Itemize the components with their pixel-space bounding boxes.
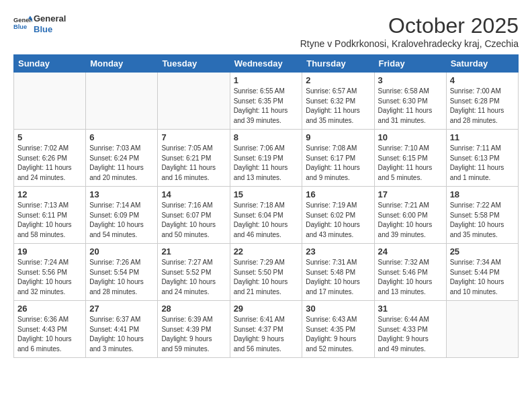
week-row-3: 12Sunrise: 7:13 AMSunset: 6:11 PMDayligh… bbox=[14, 187, 519, 244]
day-info: Sunrise: 6:55 AMSunset: 6:35 PMDaylight:… bbox=[234, 87, 299, 126]
day-number: 21 bbox=[161, 246, 226, 257]
day-number: 31 bbox=[378, 304, 443, 314]
calendar-cell bbox=[86, 73, 158, 130]
day-info: Sunrise: 7:19 AMSunset: 6:02 PMDaylight:… bbox=[306, 201, 370, 240]
calendar-cell: 31Sunrise: 6:44 AMSunset: 4:33 PMDayligh… bbox=[374, 301, 446, 358]
day-info: Sunrise: 6:44 AMSunset: 4:33 PMDaylight:… bbox=[378, 315, 443, 354]
calendar-cell: 15Sunrise: 7:18 AMSunset: 6:04 PMDayligh… bbox=[230, 187, 302, 244]
week-row-2: 5Sunrise: 7:02 AMSunset: 6:26 PMDaylight… bbox=[14, 130, 519, 187]
calendar-cell bbox=[158, 73, 230, 130]
day-number: 14 bbox=[161, 189, 226, 199]
calendar-cell: 7Sunrise: 7:05 AMSunset: 6:21 PMDaylight… bbox=[158, 130, 230, 187]
day-number: 26 bbox=[17, 304, 82, 314]
day-number: 11 bbox=[450, 132, 515, 142]
calendar-cell: 25Sunrise: 7:34 AMSunset: 5:44 PMDayligh… bbox=[446, 244, 518, 301]
logo: General Blue General Blue bbox=[13, 13, 66, 34]
day-info: Sunrise: 7:13 AMSunset: 6:11 PMDaylight:… bbox=[17, 201, 82, 240]
calendar-cell: 10Sunrise: 7:10 AMSunset: 6:15 PMDayligh… bbox=[374, 130, 446, 187]
svg-text:Blue: Blue bbox=[13, 24, 27, 30]
day-number: 9 bbox=[306, 132, 370, 142]
day-number: 20 bbox=[89, 246, 154, 257]
day-info: Sunrise: 6:37 AMSunset: 4:41 PMDaylight:… bbox=[89, 315, 154, 354]
calendar-cell: 2Sunrise: 6:57 AMSunset: 6:32 PMDaylight… bbox=[302, 73, 374, 130]
day-info: Sunrise: 7:31 AMSunset: 5:48 PMDaylight:… bbox=[306, 258, 370, 297]
calendar-cell: 16Sunrise: 7:19 AMSunset: 6:02 PMDayligh… bbox=[302, 187, 374, 244]
day-number: 30 bbox=[306, 304, 370, 314]
calendar-cell: 20Sunrise: 7:26 AMSunset: 5:54 PMDayligh… bbox=[86, 244, 158, 301]
calendar-cell: 11Sunrise: 7:11 AMSunset: 6:13 PMDayligh… bbox=[446, 130, 518, 187]
calendar-table: SundayMondayTuesdayWednesdayThursdayFrid… bbox=[13, 54, 519, 358]
day-info: Sunrise: 7:02 AMSunset: 6:26 PMDaylight:… bbox=[17, 144, 82, 183]
day-number: 15 bbox=[234, 189, 299, 199]
week-row-4: 19Sunrise: 7:24 AMSunset: 5:56 PMDayligh… bbox=[14, 244, 519, 301]
location-subtitle: Rtyne v Podkrkonosi, Kralovehradecky kra… bbox=[300, 38, 519, 49]
logo-general-label: General bbox=[34, 13, 66, 24]
day-number: 24 bbox=[378, 246, 443, 257]
calendar-cell: 4Sunrise: 7:00 AMSunset: 6:28 PMDaylight… bbox=[446, 73, 518, 130]
weekday-header-row: SundayMondayTuesdayWednesdayThursdayFrid… bbox=[14, 55, 519, 73]
calendar-cell: 12Sunrise: 7:13 AMSunset: 6:11 PMDayligh… bbox=[14, 187, 86, 244]
day-number: 25 bbox=[450, 246, 515, 257]
weekday-header-wednesday: Wednesday bbox=[230, 55, 302, 73]
day-number: 13 bbox=[89, 189, 154, 199]
day-info: Sunrise: 7:29 AMSunset: 5:50 PMDaylight:… bbox=[234, 258, 299, 297]
calendar-cell bbox=[446, 301, 518, 358]
day-number: 1 bbox=[234, 75, 299, 85]
logo-icon: General Blue bbox=[13, 15, 32, 34]
weekday-header-thursday: Thursday bbox=[302, 55, 374, 73]
day-info: Sunrise: 6:43 AMSunset: 4:35 PMDaylight:… bbox=[306, 315, 370, 354]
calendar-cell: 17Sunrise: 7:21 AMSunset: 6:00 PMDayligh… bbox=[374, 187, 446, 244]
page-header: General Blue General Blue October 2025 R… bbox=[13, 13, 519, 49]
day-info: Sunrise: 7:10 AMSunset: 6:15 PMDaylight:… bbox=[378, 144, 443, 183]
day-number: 23 bbox=[306, 246, 370, 257]
day-info: Sunrise: 7:27 AMSunset: 5:52 PMDaylight:… bbox=[161, 258, 226, 297]
week-row-5: 26Sunrise: 6:36 AMSunset: 4:43 PMDayligh… bbox=[14, 301, 519, 358]
day-info: Sunrise: 7:11 AMSunset: 6:13 PMDaylight:… bbox=[450, 144, 515, 183]
day-number: 18 bbox=[450, 189, 515, 199]
calendar-cell: 22Sunrise: 7:29 AMSunset: 5:50 PMDayligh… bbox=[230, 244, 302, 301]
calendar-cell: 18Sunrise: 7:22 AMSunset: 5:58 PMDayligh… bbox=[446, 187, 518, 244]
calendar-cell: 28Sunrise: 6:39 AMSunset: 4:39 PMDayligh… bbox=[158, 301, 230, 358]
calendar-cell: 21Sunrise: 7:27 AMSunset: 5:52 PMDayligh… bbox=[158, 244, 230, 301]
day-info: Sunrise: 7:06 AMSunset: 6:19 PMDaylight:… bbox=[234, 144, 299, 183]
calendar-cell: 3Sunrise: 6:58 AMSunset: 6:30 PMDaylight… bbox=[374, 73, 446, 130]
day-info: Sunrise: 7:18 AMSunset: 6:04 PMDaylight:… bbox=[234, 201, 299, 240]
weekday-header-monday: Monday bbox=[86, 55, 158, 73]
day-info: Sunrise: 6:41 AMSunset: 4:37 PMDaylight:… bbox=[234, 315, 299, 354]
day-number: 22 bbox=[234, 246, 299, 257]
day-number: 19 bbox=[17, 246, 82, 257]
day-number: 27 bbox=[89, 304, 154, 314]
calendar-cell: 6Sunrise: 7:03 AMSunset: 6:24 PMDaylight… bbox=[86, 130, 158, 187]
calendar-cell bbox=[14, 73, 86, 130]
calendar-cell: 19Sunrise: 7:24 AMSunset: 5:56 PMDayligh… bbox=[14, 244, 86, 301]
day-info: Sunrise: 7:16 AMSunset: 6:07 PMDaylight:… bbox=[161, 201, 226, 240]
day-number: 6 bbox=[89, 132, 154, 142]
day-info: Sunrise: 7:08 AMSunset: 6:17 PMDaylight:… bbox=[306, 144, 370, 183]
day-number: 28 bbox=[161, 304, 226, 314]
logo-text: General Blue bbox=[34, 13, 66, 34]
day-number: 2 bbox=[306, 75, 370, 85]
day-info: Sunrise: 7:05 AMSunset: 6:21 PMDaylight:… bbox=[161, 144, 226, 183]
calendar-cell: 26Sunrise: 6:36 AMSunset: 4:43 PMDayligh… bbox=[14, 301, 86, 358]
day-info: Sunrise: 7:03 AMSunset: 6:24 PMDaylight:… bbox=[89, 144, 154, 183]
calendar-cell: 13Sunrise: 7:14 AMSunset: 6:09 PMDayligh… bbox=[86, 187, 158, 244]
day-number: 3 bbox=[378, 75, 443, 85]
day-number: 5 bbox=[17, 132, 82, 142]
day-number: 8 bbox=[234, 132, 299, 142]
calendar-cell: 29Sunrise: 6:41 AMSunset: 4:37 PMDayligh… bbox=[230, 301, 302, 358]
day-number: 17 bbox=[378, 189, 443, 199]
day-info: Sunrise: 7:32 AMSunset: 5:46 PMDaylight:… bbox=[378, 258, 443, 297]
weekday-header-sunday: Sunday bbox=[14, 55, 86, 73]
day-info: Sunrise: 7:24 AMSunset: 5:56 PMDaylight:… bbox=[17, 258, 82, 297]
day-number: 4 bbox=[450, 75, 515, 85]
day-info: Sunrise: 6:58 AMSunset: 6:30 PMDaylight:… bbox=[378, 87, 443, 126]
day-number: 10 bbox=[378, 132, 443, 142]
weekday-header-saturday: Saturday bbox=[446, 55, 518, 73]
day-number: 7 bbox=[161, 132, 226, 142]
day-info: Sunrise: 7:14 AMSunset: 6:09 PMDaylight:… bbox=[89, 201, 154, 240]
calendar-cell: 23Sunrise: 7:31 AMSunset: 5:48 PMDayligh… bbox=[302, 244, 374, 301]
calendar-cell: 1Sunrise: 6:55 AMSunset: 6:35 PMDaylight… bbox=[230, 73, 302, 130]
day-info: Sunrise: 7:26 AMSunset: 5:54 PMDaylight:… bbox=[89, 258, 154, 297]
day-info: Sunrise: 6:36 AMSunset: 4:43 PMDaylight:… bbox=[17, 315, 82, 354]
logo-blue-label: Blue bbox=[34, 24, 66, 35]
